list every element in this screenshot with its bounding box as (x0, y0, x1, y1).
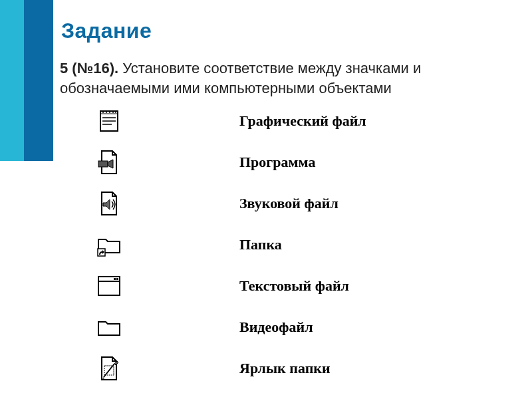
video-file-icon (93, 148, 125, 177)
svg-point-2 (102, 112, 104, 113)
svg-marker-21 (102, 377, 104, 379)
svg-rect-17 (116, 278, 118, 280)
label-item: Ярлык папки (239, 354, 366, 383)
labels-column: Графический файл Программа Звуковой файл… (239, 106, 366, 383)
window-icon (93, 271, 125, 301)
label-item: Звуковой файл (239, 189, 366, 218)
notepad-icon (93, 106, 125, 136)
label-item: Папка (239, 230, 366, 259)
svg-point-3 (106, 112, 107, 113)
task-number: 5 (№16). (60, 60, 118, 76)
svg-point-6 (115, 112, 116, 113)
folder-icon (93, 313, 125, 342)
svg-marker-12 (103, 200, 110, 209)
svg-point-5 (112, 112, 114, 113)
icons-column (93, 106, 125, 383)
label-item: Программа (239, 148, 366, 177)
accent-bar-light (0, 0, 24, 161)
slide-accent-bars (0, 0, 24, 161)
svg-marker-11 (108, 160, 113, 168)
task-prompt: 5 (№16). Установите соответствие между з… (60, 59, 499, 98)
label-item: Текстовый файл (239, 271, 366, 301)
task-heading: Задание (61, 19, 152, 43)
svg-rect-16 (114, 278, 116, 280)
label-item: Графический файл (239, 106, 366, 136)
accent-bar-dark (24, 0, 53, 161)
label-item: Видеофайл (239, 313, 366, 342)
image-file-icon (93, 354, 125, 383)
folder-shortcut-icon (93, 230, 125, 259)
svg-point-4 (109, 112, 110, 113)
svg-rect-10 (98, 161, 108, 167)
sound-file-icon (93, 189, 125, 218)
